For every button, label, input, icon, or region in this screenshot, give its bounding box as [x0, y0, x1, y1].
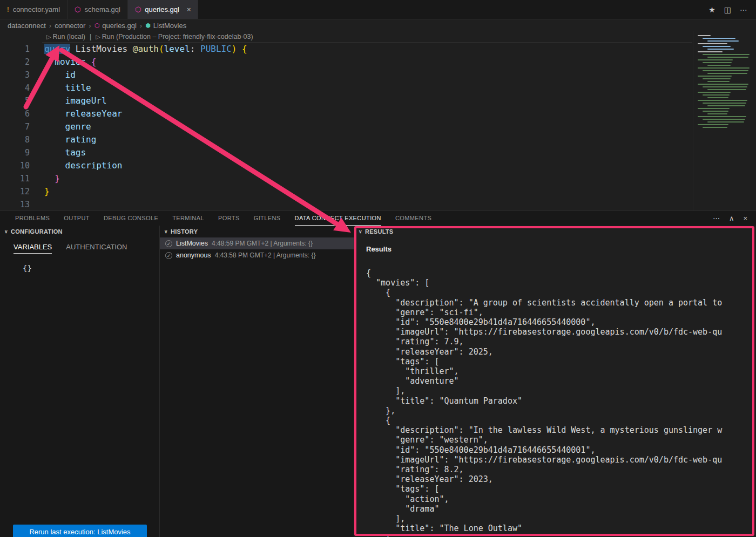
code-token: { — [91, 57, 97, 67]
minimap-line — [703, 78, 731, 79]
minimap-line — [698, 100, 747, 101]
minimap-line — [707, 57, 748, 58]
code-token: genre — [65, 121, 91, 132]
tab-variables[interactable]: VARIABLES — [14, 243, 52, 254]
minimap-line — [707, 40, 739, 42]
code-text[interactable]: rating — [30, 133, 96, 146]
run-production-label: Run (Production – Project: friendly-flix… — [102, 33, 253, 40]
code-token: movies — [55, 57, 86, 67]
history-header[interactable]: ∨ HISTORY — [160, 226, 354, 237]
history-item-meta: 4:43:58 PM GMT+2 | Arguments: {} — [215, 251, 316, 259]
code-token — [44, 121, 65, 132]
history-item-anonymous[interactable]: ✓anonymous4:43:58 PM GMT+2 | Arguments: … — [160, 249, 354, 261]
minimap-line — [707, 65, 731, 66]
code-text[interactable]: } — [30, 185, 50, 198]
code-token: } — [44, 186, 50, 196]
code-token: ListMovies — [76, 44, 127, 54]
code-text[interactable]: tags — [30, 146, 86, 159]
breadcrumb-label: queries.gql — [102, 22, 137, 30]
history-list: ✓ListMovies4:48:59 PM GMT+2 | Arguments:… — [160, 237, 354, 261]
minimap-line — [698, 59, 733, 60]
code-text[interactable]: query ListMovies @auth(level: PUBLIC) { — [30, 43, 247, 56]
panel-tab-data-connect-execution[interactable]: DATA CONNECT EXECUTION — [295, 211, 381, 226]
panel-tab-debug-console[interactable]: DEBUG CONSOLE — [104, 211, 158, 226]
graphql-icon: ⬡ — [75, 5, 80, 13]
close-icon[interactable]: × — [187, 5, 191, 13]
editor-tab-queries-gql[interactable]: ⬡queries.gql× — [128, 0, 199, 19]
breadcrumb-item-listmovies[interactable]: ⬢ListMovies — [145, 22, 186, 30]
code-text[interactable]: imageUrl — [30, 94, 107, 107]
minimap-line — [698, 76, 732, 77]
chevron-down-icon: ∨ — [164, 229, 168, 234]
editor-tab-connector-yaml[interactable]: !connector.yaml — [0, 0, 68, 19]
code-text[interactable] — [30, 198, 44, 210]
variables-value[interactable]: {} — [23, 264, 159, 273]
code-token — [44, 108, 65, 119]
breadcrumb-separator: › — [140, 22, 142, 30]
panel-tab-output[interactable]: OUTPUT — [64, 211, 90, 226]
sparkle-icon[interactable]: ★ — [708, 5, 716, 14]
more-icon[interactable]: ⋯ — [713, 214, 720, 222]
panel-tab-gitlens[interactable]: GITLENS — [254, 211, 281, 226]
results-header[interactable]: ∨ RESULTS — [354, 226, 756, 237]
breadcrumb-item-dataconnect[interactable]: dataconnect — [8, 22, 46, 30]
rerun-button[interactable]: Rerun last execution: ListMovies — [13, 525, 147, 537]
panel-tabs: PROBLEMSOUTPUTDEBUG CONSOLETERMINALPORTS… — [15, 211, 431, 226]
code-token — [44, 70, 65, 80]
breadcrumb-label: ListMovies — [153, 22, 186, 30]
code-lines: 1query ListMovies @auth(level: PUBLIC) {… — [0, 43, 756, 210]
panel-tab-ports[interactable]: PORTS — [218, 211, 240, 226]
minimap-line — [703, 86, 747, 87]
line-number: 11 — [0, 172, 30, 185]
line-number: 5 — [0, 94, 30, 107]
panel-tab-comments[interactable]: COMMENTS — [395, 211, 431, 226]
results-section[interactable]: ∨ RESULTS Results { "movies": [ { "descr… — [354, 226, 756, 537]
line-number: 2 — [0, 56, 30, 69]
code-line: 12} — [0, 185, 756, 198]
code-token: @auth — [133, 44, 159, 54]
minimap-line — [703, 62, 732, 63]
more-icon[interactable]: ⋯ — [740, 5, 747, 14]
code-token — [44, 83, 65, 93]
code-line: 2 movies { — [0, 56, 756, 69]
close-icon[interactable]: × — [743, 214, 747, 222]
minimap-line — [698, 108, 730, 109]
code-text[interactable]: id — [30, 69, 76, 81]
code-token: id — [65, 70, 76, 80]
code-text[interactable]: } — [30, 172, 60, 185]
collapse-panel-icon[interactable]: ∧ — [729, 214, 734, 222]
tab-label: queries.gql — [145, 5, 179, 13]
code-token — [70, 44, 76, 54]
panel-tab-problems[interactable]: PROBLEMS — [15, 211, 50, 226]
code-text[interactable]: genre — [30, 120, 91, 133]
editor-tabs: !connector.yaml⬡schema.gql⬡queries.gql× — [0, 0, 198, 19]
minimap-line — [703, 103, 746, 104]
history-item-name: ListMovies — [176, 240, 208, 247]
configuration-header[interactable]: ∨ CONFIGURATION — [0, 226, 159, 237]
history-item-name: anonymous — [176, 251, 211, 259]
breadcrumb-item-connector[interactable]: connector — [55, 22, 85, 30]
codelens-bar: ▷ Run (local) | ▷ Run (Production – Proj… — [42, 31, 692, 43]
code-text[interactable]: releaseYear — [30, 107, 123, 120]
editor-tab-schema-gql[interactable]: ⬡schema.gql — [68, 0, 128, 19]
configuration-title: CONFIGURATION — [11, 228, 63, 235]
check-circle-icon: ✓ — [165, 252, 172, 259]
run-local-link[interactable]: ▷ Run (local) — [46, 33, 85, 40]
breadcrumb-item-queries-gql[interactable]: ⬡queries.gql — [94, 22, 137, 30]
panel-tab-terminal[interactable]: TERMINAL — [172, 211, 204, 226]
graphql-icon: ⬡ — [94, 22, 100, 29]
history-item-listmovies[interactable]: ✓ListMovies4:48:59 PM GMT+2 | Arguments:… — [160, 237, 354, 249]
run-production-link[interactable]: ▷ Run (Production – Project: friendly-fl… — [96, 33, 253, 40]
code-text[interactable]: description — [30, 159, 123, 172]
code-line: 7 genre — [0, 120, 756, 133]
vscode-window: !connector.yaml⬡schema.gql⬡queries.gql× … — [0, 0, 756, 537]
minimap[interactable] — [693, 31, 756, 210]
minimap-line — [703, 46, 731, 47]
tab-label: schema.gql — [84, 5, 120, 13]
tab-authentication[interactable]: AUTHENTICATION — [66, 243, 127, 254]
split-editor-icon[interactable]: ◫ — [724, 5, 731, 14]
code-line: 5 imageUrl — [0, 94, 756, 107]
code-token — [44, 134, 65, 145]
code-text[interactable]: movies { — [30, 56, 96, 69]
code-text[interactable]: title — [30, 81, 91, 94]
